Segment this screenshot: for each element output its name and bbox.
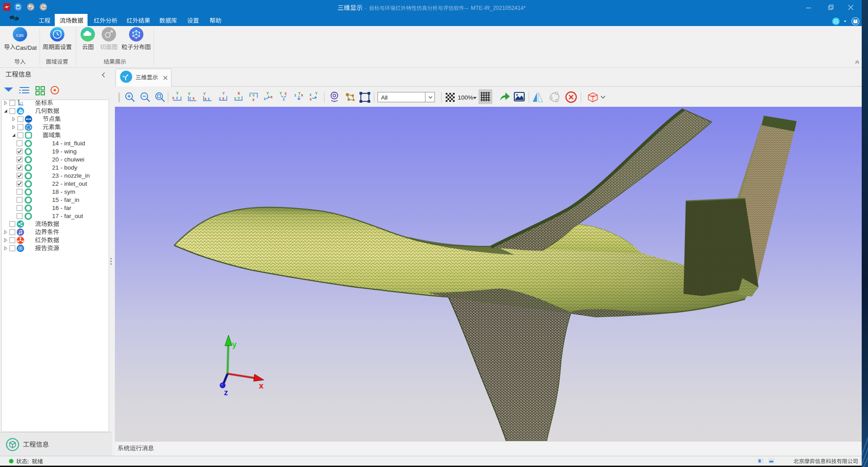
svg-text:cas: cas xyxy=(16,31,24,38)
svg-text:Y: Y xyxy=(298,92,301,96)
svg-text:x: x xyxy=(222,96,224,100)
svg-text:z: z xyxy=(294,93,296,97)
svg-text:x: x xyxy=(259,381,263,390)
svg-text:x: x xyxy=(205,97,207,101)
svg-text:z: z xyxy=(283,97,285,101)
svg-text:z: z xyxy=(310,93,311,97)
svg-text:x: x xyxy=(193,96,195,100)
svg-text:z: z xyxy=(219,96,221,100)
svg-text:Y: Y xyxy=(252,94,255,98)
svg-text:z: z xyxy=(249,93,251,97)
svg-text:Y: Y xyxy=(176,92,179,96)
svg-text:x: x xyxy=(310,97,312,101)
svg-text:X: X xyxy=(237,92,240,96)
svg-text:y: y xyxy=(232,340,237,349)
svg-text:x: x xyxy=(22,101,23,104)
svg-text:Y: Y xyxy=(266,92,269,96)
svg-text:z: z xyxy=(189,96,191,100)
svg-text:Y: Y xyxy=(315,92,318,96)
svg-text:z: z xyxy=(19,102,21,105)
svg-text:x: x xyxy=(271,95,273,99)
svg-text:x: x xyxy=(252,98,254,102)
svg-text:x: x xyxy=(301,93,303,97)
svg-text:z: z xyxy=(176,96,178,100)
svg-text:z: z xyxy=(224,388,228,397)
svg-text:z: z xyxy=(264,97,266,101)
svg-text:Y: Y xyxy=(222,92,225,96)
svg-text:x: x xyxy=(172,96,175,100)
svg-text:z: z xyxy=(234,96,236,100)
svg-text:z: z xyxy=(208,97,210,101)
svg-text:Y: Y xyxy=(203,92,206,96)
svg-text:x: x xyxy=(285,92,287,96)
svg-text:Y: Y xyxy=(280,92,282,96)
svg-text:Y: Y xyxy=(188,92,191,96)
svg-text:Y: Y xyxy=(237,96,240,100)
